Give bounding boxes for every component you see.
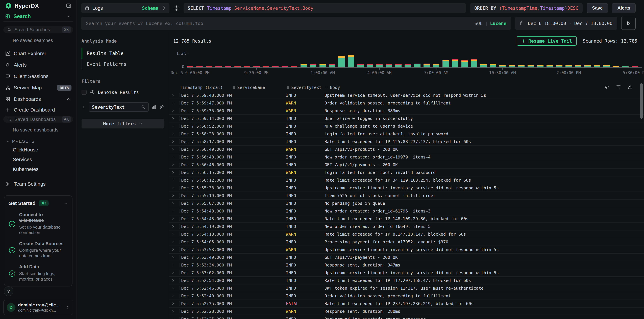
- drag-handle-icon[interactable]: [324, 85, 328, 89]
- histogram-bar[interactable]: [367, 64, 373, 67]
- histogram-bar[interactable]: [253, 66, 260, 67]
- more-filters-button[interactable]: More filters: [82, 119, 164, 128]
- analysis-mode-event-patterns[interactable]: Event Patterns: [82, 59, 164, 69]
- row-expand-icon[interactable]: [171, 240, 175, 244]
- table-row[interactable]: Dec 7 5:54:48.000 PMINFONew order create…: [169, 207, 644, 215]
- severity-filter-field[interactable]: SeverityText: [88, 102, 149, 112]
- column-header-timestamp[interactable]: Timestamp (Local): [180, 85, 232, 90]
- table-row[interactable]: Dec 7 5:53:34.000 PMINFOResponse sent, d…: [169, 261, 644, 269]
- histogram-bar[interactable]: [234, 66, 240, 67]
- column-header-servicename[interactable]: ServiceName: [232, 85, 286, 90]
- preset-item-kubernetes[interactable]: Kubernetes: [3, 164, 73, 174]
- row-expand-icon[interactable]: [171, 93, 175, 97]
- histogram-bar[interactable]: [329, 64, 335, 67]
- row-expand-icon[interactable]: [171, 263, 175, 267]
- table-row[interactable]: Dec 7 5:58:23.000 PMINFOLogin failed for…: [169, 130, 644, 138]
- table-row[interactable]: Dec 7 5:54:19.000 PMINFONew order create…: [169, 223, 644, 231]
- chevron-right-icon[interactable]: [82, 105, 86, 109]
- sidebar-item-team-settings[interactable]: Team Settings: [3, 180, 73, 188]
- row-expand-icon[interactable]: [171, 225, 175, 228]
- chevron-up-icon[interactable]: [67, 14, 72, 19]
- histogram-bar[interactable]: [357, 64, 364, 67]
- pin-icon[interactable]: [159, 104, 164, 109]
- histogram-bar[interactable]: [442, 60, 449, 67]
- column-header-severitytext[interactable]: SeverityText: [286, 85, 324, 90]
- histogram-bar[interactable]: [282, 66, 288, 67]
- analysis-mode-results-table[interactable]: Results Table: [82, 48, 164, 59]
- table-row[interactable]: Dec 7 5:53:49.000 PMINFOGET /api/v1/paym…: [169, 254, 644, 261]
- denoise-checkbox[interactable]: [82, 90, 86, 95]
- histogram-bar[interactable]: [244, 66, 250, 67]
- table-row[interactable]: Dec 7 5:59:14.000 PMINFOUser alice_w log…: [169, 115, 644, 122]
- text-wrap-icon[interactable]: [616, 84, 621, 90]
- histogram-bar[interactable]: [632, 66, 638, 67]
- row-expand-icon[interactable]: [171, 232, 175, 236]
- chevron-up-icon[interactable]: [66, 96, 72, 102]
- table-row[interactable]: Dec 7 5:56:46.000 PMINFOGET /api/v1/paym…: [169, 161, 644, 169]
- sidebar-item-create-dashboard[interactable]: Create Dashboard: [3, 106, 73, 114]
- row-expand-icon[interactable]: [171, 194, 175, 197]
- histogram-bar[interactable]: [452, 59, 458, 67]
- presets-header[interactable]: PRESETS: [6, 139, 73, 144]
- histogram-bar[interactable]: [424, 63, 430, 67]
- table-row[interactable]: Dec 7 5:52:46.000 PMINFOJWT token expire…: [169, 285, 644, 292]
- histogram-bar[interactable]: [320, 64, 326, 67]
- lang-toggle-sql[interactable]: SQL: [474, 21, 482, 26]
- histogram-bar[interactable]: [537, 65, 544, 67]
- column-chart-icon[interactable]: [151, 104, 156, 109]
- table-row[interactable]: Dec 7 5:52:28.000 PMWARNResponse sent, d…: [169, 308, 644, 315]
- histogram-bar[interactable]: [215, 66, 222, 67]
- date-range-picker[interactable]: Dec 6 18:00:00 - Dec 7 18:00:00: [515, 17, 617, 30]
- sidebar-item-alerts[interactable]: Alerts: [3, 59, 73, 71]
- histogram-bar[interactable]: [518, 65, 524, 67]
- table-row[interactable]: Dec 7 5:52:40.000 PMINFOOrder validation…: [169, 292, 644, 300]
- histogram-bar[interactable]: [395, 64, 402, 67]
- sidebar-item-chart-explorer[interactable]: Chart Explorer: [3, 48, 73, 59]
- chevron-up-icon[interactable]: [64, 201, 68, 205]
- histogram-bar[interactable]: [196, 66, 203, 67]
- histogram-bar[interactable]: [272, 66, 278, 67]
- table-row[interactable]: Dec 7 5:53:02.000 PMINFOUpstream service…: [169, 269, 644, 277]
- histogram-bar[interactable]: [310, 64, 316, 67]
- orderby-input[interactable]: ORDER BY(TimestampTime, Timestamp) DESC: [470, 3, 582, 13]
- table-row[interactable]: Dec 7 5:55:38.000 PMINFOUpstream service…: [169, 184, 644, 192]
- table-row[interactable]: Dec 7 5:55:07.000 PMINFONo pending jobs …: [169, 200, 644, 207]
- resume-live-tail-button[interactable]: Resume Live Tail: [517, 36, 577, 46]
- row-expand-icon[interactable]: [171, 155, 175, 159]
- table-row[interactable]: Dec 7 5:55:19.000 PMINFOItem 7525 out of…: [169, 192, 644, 200]
- row-expand-icon[interactable]: [171, 271, 175, 275]
- view-code-icon[interactable]: [604, 84, 610, 90]
- lang-toggle-lucene[interactable]: Lucene: [490, 21, 506, 26]
- save-button[interactable]: Save: [586, 3, 608, 13]
- source-select[interactable]: Logs Schema: [81, 3, 170, 13]
- scrollbar-thumb[interactable]: [640, 83, 643, 119]
- saved-dashboards-input[interactable]: Saved Dashboards ⌘K: [3, 116, 73, 123]
- get-started-item-add-data[interactable]: Add DataStart sending logs, metrics, or …: [8, 264, 68, 282]
- table-row[interactable]: Dec 7 5:59:48.000 PMINFOUpstream service…: [169, 92, 644, 99]
- collapse-sidebar-icon[interactable]: [66, 3, 72, 8]
- row-expand-icon[interactable]: [171, 178, 175, 182]
- table-row[interactable]: Dec 7 5:54:43.000 PMINFORate limit excee…: [169, 215, 644, 223]
- drag-handle-icon[interactable]: [286, 85, 290, 89]
- histogram-bar[interactable]: [604, 65, 610, 67]
- histogram-bar[interactable]: [348, 55, 354, 67]
- histogram-bar[interactable]: [414, 63, 420, 67]
- row-expand-icon[interactable]: [171, 256, 175, 259]
- get-started-item-connect-to-clickhouse[interactable]: Connect to ClickHouseSet up your databas…: [8, 212, 68, 235]
- histogram-bar[interactable]: [471, 59, 477, 67]
- column-header-body[interactable]: Body: [324, 85, 644, 90]
- table-row[interactable]: Dec 7 5:59:35.000 PMWARNResponse sent, d…: [169, 107, 644, 115]
- row-expand-icon[interactable]: [171, 209, 175, 213]
- saved-searches-input[interactable]: Saved Searches ⌘K: [3, 26, 73, 33]
- sidebar-item-service-map[interactable]: Service MapBETA: [3, 82, 73, 93]
- table-row[interactable]: Dec 7 5:58:17.000 PMINFORate limit excee…: [169, 138, 644, 146]
- table-row[interactable]: Dec 7 5:54:05.000 PMINFOProcessing payme…: [169, 238, 644, 246]
- event-search-input[interactable]: Search your events w/ Lucene ex. column:…: [81, 17, 511, 30]
- row-expand-icon[interactable]: [171, 302, 175, 306]
- drag-handle-icon[interactable]: [232, 85, 236, 89]
- row-expand-icon[interactable]: [171, 132, 175, 136]
- table-row[interactable]: Dec 7 5:54:13.000 PMWARNRate limit excee…: [169, 231, 644, 238]
- user-menu[interactable]: D dominic.tran@clic... dominic.tran@clic…: [3, 300, 73, 315]
- table-row[interactable]: Dec 7 5:56:48.000 PMINFONew order create…: [169, 153, 644, 161]
- histogram-bar[interactable]: [584, 65, 591, 67]
